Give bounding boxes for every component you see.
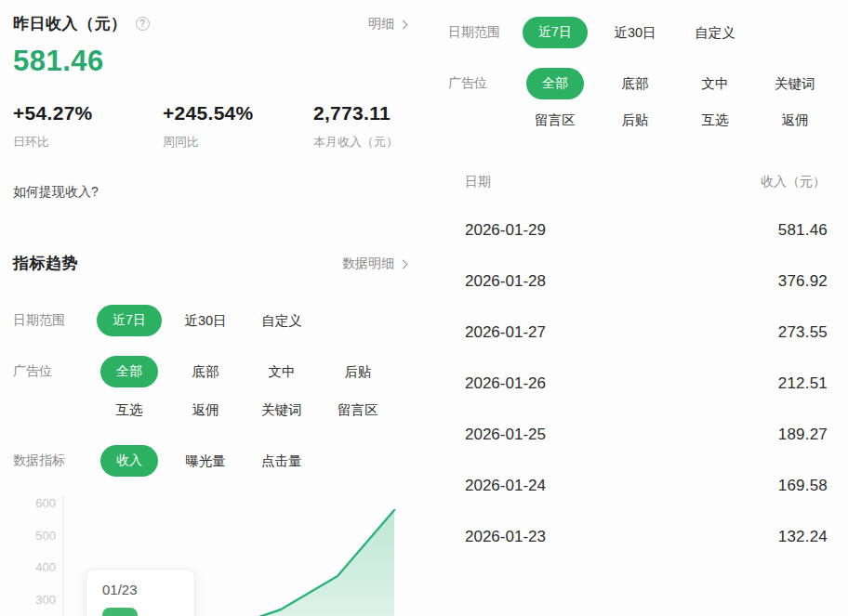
option-ad-all-selected[interactable]: 全部 (100, 356, 158, 387)
column-header-income: 收入（元） (761, 174, 826, 190)
y-tick-300: 300 (35, 593, 56, 607)
income-detail-panel: 日期范围 近7日 近30日 自定义 广告位 全部 底部 文中 关键词 留言区 后… (448, 0, 839, 616)
y-tick-600: 600 (35, 496, 56, 510)
option-ad-bottom[interactable]: 底部 (622, 75, 649, 93)
filter-row-ad-slot: 广告位 全部 底部 文中 后贴 (13, 356, 396, 387)
filter-label-ad-slot: 广告位 (448, 75, 515, 92)
row-income: 212.51 (778, 374, 828, 393)
table-row: 2026-01-28 376.92 (465, 256, 828, 307)
filter-row-ad-slot-2: 互选 返佣 关键词 留言区 (13, 394, 396, 426)
option-last-30-days[interactable]: 近30日 (614, 24, 656, 42)
table-row: 2026-01-25 189.27 (465, 409, 828, 460)
income-card-header: 昨日收入（元） ? 明细 (13, 13, 406, 34)
table-row: 2026-01-24 169.58 (465, 460, 828, 511)
chart-tooltip: 01/23 (86, 569, 195, 616)
stat-day-over-day: +54.27% 日环比 (13, 102, 93, 151)
detail-filter-row-ad-slot: 广告位 全部 底部 文中 关键词 (448, 68, 835, 99)
income-stats-row: +54.27% 日环比 +245.54% 周同比 2,773.11 本月收入（元… (13, 102, 406, 154)
chevron-right-icon (399, 259, 408, 269)
table-row: 2026-01-23 132.24 (465, 511, 828, 562)
tooltip-date: 01/23 (102, 582, 194, 597)
detail-filter-row-ad-slot-2: 留言区 后贴 互选 返佣 (448, 104, 835, 136)
income-card-title: 昨日收入（元） (13, 13, 127, 34)
option-last-7-days-selected[interactable]: 近7日 (97, 305, 162, 336)
option-ad-keyword[interactable]: 关键词 (775, 75, 815, 93)
income-table-header: 日期 收入（元） (465, 174, 826, 190)
filter-row-date-range: 日期范围 近7日 近30日 自定义 (13, 305, 320, 336)
option-custom-range[interactable]: 自定义 (695, 24, 735, 42)
y-tick-500: 500 (35, 529, 56, 543)
revenue-dashboard: 昨日收入（元） ? 明细 581.46 +54.27% 日环比 +245.54%… (0, 0, 848, 616)
row-income: 169.58 (778, 477, 828, 495)
chevron-right-icon (399, 20, 408, 29)
table-row: 2026-01-27 273.55 (465, 307, 828, 358)
option-custom-range[interactable]: 自定义 (261, 312, 302, 330)
option-ad-keyword[interactable]: 关键词 (261, 401, 302, 419)
row-date: 2026-01-26 (465, 374, 546, 393)
withdraw-help-link[interactable]: 如何提现收入? (13, 184, 99, 201)
filter-label-ad-slot: 广告位 (13, 363, 91, 380)
row-income: 132.24 (778, 528, 828, 546)
data-detail-link-label: 数据明细 (342, 256, 394, 272)
row-date: 2026-01-27 (465, 323, 546, 342)
tooltip-series-badge (102, 608, 138, 616)
option-ad-rebate[interactable]: 返佣 (782, 111, 809, 129)
trend-chart[interactable]: 600 500 400 300 01/23 (13, 487, 406, 616)
stat-value: 2,773.11 (313, 102, 398, 125)
detail-filter-row-date-range: 日期范围 近7日 近30日 自定义 (448, 17, 755, 48)
row-income: 273.55 (778, 323, 828, 342)
option-ad-rebate[interactable]: 返佣 (192, 401, 219, 419)
row-date: 2026-01-25 (465, 426, 546, 444)
option-metric-income-selected[interactable]: 收入 (100, 445, 158, 477)
row-income: 376.92 (778, 272, 828, 291)
option-last-7-days-selected[interactable]: 近7日 (523, 17, 588, 48)
stat-value: +245.54% (163, 102, 254, 125)
option-ad-inline[interactable]: 文中 (269, 363, 296, 381)
option-ad-inline[interactable]: 文中 (702, 75, 729, 93)
option-metric-clicks[interactable]: 点击量 (261, 452, 302, 470)
filter-label-metric: 数据指标 (13, 452, 91, 469)
table-row: 2026-01-29 581.46 (465, 204, 828, 256)
help-icon[interactable]: ? (136, 17, 150, 31)
trend-section-title: 指标趋势 (13, 253, 78, 274)
row-date: 2026-01-23 (465, 528, 546, 546)
row-income: 581.46 (778, 221, 828, 240)
income-overview-panel: 昨日收入（元） ? 明细 581.46 +54.27% 日环比 +245.54%… (13, 0, 406, 616)
option-ad-comments[interactable]: 留言区 (535, 111, 576, 129)
option-ad-mutual[interactable]: 互选 (702, 111, 729, 129)
stat-month-income: 2,773.11 本月收入（元） (313, 102, 398, 151)
option-ad-postroll[interactable]: 后贴 (622, 111, 649, 129)
row-date: 2026-01-29 (465, 221, 546, 240)
stat-label: 周同比 (163, 134, 254, 151)
row-date: 2026-01-28 (465, 272, 546, 291)
option-ad-comments[interactable]: 留言区 (338, 401, 378, 419)
income-detail-link-label: 明细 (368, 16, 394, 33)
option-ad-postroll[interactable]: 后贴 (345, 363, 372, 381)
option-ad-all-selected[interactable]: 全部 (526, 68, 584, 99)
data-detail-link[interactable]: 数据明细 (342, 256, 406, 272)
trend-chart-svg: 600 500 400 300 (13, 487, 406, 616)
income-detail-link[interactable]: 明细 (368, 16, 406, 33)
stat-label: 本月收入（元） (313, 134, 398, 151)
option-last-30-days[interactable]: 近30日 (184, 312, 226, 330)
stat-value: +54.27% (13, 102, 93, 125)
stat-label: 日环比 (13, 134, 93, 151)
option-ad-bottom[interactable]: 底部 (192, 363, 219, 381)
stat-week-over-week: +245.54% 周同比 (163, 102, 254, 151)
row-income: 189.27 (778, 426, 828, 444)
filter-row-metric: 数据指标 收入 曝光量 点击量 (13, 445, 320, 477)
trend-section-header: 指标趋势 数据明细 (13, 253, 406, 274)
y-tick-400: 400 (35, 560, 56, 574)
filter-label-date-range: 日期范围 (448, 24, 515, 41)
option-metric-impressions[interactable]: 曝光量 (185, 452, 226, 470)
row-date: 2026-01-24 (465, 477, 546, 495)
table-row: 2026-01-26 212.51 (465, 358, 828, 409)
option-ad-mutual[interactable]: 互选 (116, 401, 143, 419)
filter-label-date-range: 日期范围 (13, 312, 91, 329)
yesterday-income-amount: 581.46 (13, 45, 104, 78)
column-header-date: 日期 (465, 174, 491, 190)
